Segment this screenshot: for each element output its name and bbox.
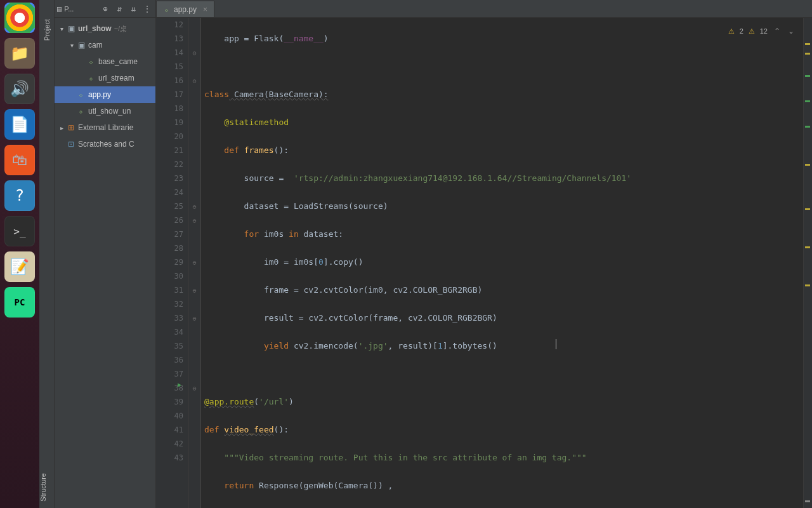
line-number[interactable]: 37 (156, 367, 183, 381)
stripe-marker[interactable] (805, 164, 810, 166)
line-number[interactable]: 35 (156, 339, 183, 353)
library-icon: ⊞ (66, 123, 76, 132)
stripe-marker[interactable] (805, 53, 810, 55)
line-number[interactable]: 31 (156, 283, 183, 297)
scratch-icon: ⊡ (66, 140, 76, 149)
line-number[interactable]: 39 (156, 395, 183, 409)
line-number[interactable]: 20 (156, 130, 183, 144)
collapse-icon[interactable]: ⇊ (128, 4, 139, 13)
stripe-marker[interactable] (805, 284, 810, 286)
line-number[interactable]: 14 (156, 46, 183, 60)
line-number[interactable]: 16 (156, 74, 183, 88)
prev-highlight-icon[interactable]: ⌃ (773, 27, 782, 36)
line-number[interactable]: 33 (156, 311, 183, 325)
line-number[interactable]: 40 (156, 409, 183, 423)
line-number[interactable]: 30 (156, 269, 183, 283)
project-tree[interactable]: ▾ ▣ url_show ~/桌 ▾ ▣ cam 🝔 base_c (55, 18, 155, 152)
project-tool-window: ▤ P... ⊕ ⇵ ⇊ ⋮ ▾ ▣ url_show ~/桌 (55, 0, 156, 508)
stripe-marker[interactable] (805, 126, 810, 128)
python-file-icon: 🝔 (86, 57, 96, 66)
line-number[interactable]: 25 (156, 199, 183, 213)
python-file-icon: 🝔 (76, 107, 86, 116)
fold-icon[interactable]: ⊖ (189, 255, 200, 269)
line-number[interactable]: 28 (156, 241, 183, 255)
chevron-down-icon[interactable]: ▾ (57, 25, 66, 32)
chevron-right-icon[interactable]: ▸ (57, 124, 66, 131)
line-number[interactable]: 22 (156, 157, 183, 171)
stripe-marker[interactable] (805, 208, 810, 210)
line-number[interactable]: 26 (156, 213, 183, 227)
stripe-marker[interactable] (805, 500, 810, 502)
close-icon[interactable]: × (203, 5, 207, 14)
stripe-marker[interactable] (805, 43, 810, 45)
locate-icon[interactable]: ⊕ (100, 4, 111, 13)
launcher-files[interactable]: 📁 (4, 38, 35, 69)
tree-file-utl-show[interactable]: 🝔 utl_show_un (55, 103, 155, 119)
tree-file-app[interactable]: 🝔 app.py (55, 86, 155, 103)
folder-icon: ▣ (76, 41, 86, 50)
next-highlight-icon[interactable]: ⌄ (787, 27, 796, 36)
folder-icon: ▣ (66, 24, 76, 33)
error-stripe[interactable] (803, 18, 812, 508)
line-number[interactable]: 18 (156, 102, 183, 116)
line-number-gutter[interactable]: 1213141516171819202122232425262728293031… (156, 18, 189, 508)
project-view-selector[interactable]: P... (64, 5, 97, 13)
launcher-help[interactable]: ? (4, 180, 35, 211)
launcher-pycharm[interactable]: PC (4, 287, 35, 318)
line-number[interactable]: 34 (156, 325, 183, 339)
fold-icon[interactable]: ⊖ (189, 283, 200, 297)
tree-file-base-camera[interactable]: 🝔 base_came (55, 53, 155, 70)
chevron-down-icon[interactable]: ▾ (67, 42, 76, 49)
line-number[interactable]: 12 (156, 18, 183, 32)
stripe-marker[interactable] (805, 75, 810, 77)
line-number[interactable]: 21 (156, 144, 183, 157)
line-number[interactable]: 42 (156, 437, 183, 451)
line-number[interactable]: 17 (156, 88, 183, 102)
line-number[interactable]: 29 (156, 255, 183, 269)
expand-icon[interactable]: ⇵ (114, 4, 125, 13)
sidebar-tab-structure[interactable]: Structure (39, 432, 55, 508)
launcher-terminal[interactable]: >_ (4, 216, 35, 246)
tree-scratches[interactable]: ⊡ Scratches and C (55, 136, 155, 152)
warning-icon: ⚠ (749, 27, 755, 36)
tree-root[interactable]: ▾ ▣ url_show ~/桌 (55, 20, 155, 37)
python-file-icon: 🝔 (86, 74, 96, 83)
fold-icon[interactable]: ⊖ (189, 74, 200, 88)
fold-icon[interactable]: ⊖ (189, 213, 200, 227)
tree-external-libraries[interactable]: ▸ ⊞ External Librarie (55, 119, 155, 136)
project-panel-header: ▤ P... ⊕ ⇵ ⇊ ⋮ (55, 0, 155, 18)
line-number[interactable]: 24 (156, 185, 183, 199)
tab-label: app.py (174, 5, 197, 14)
line-number[interactable]: 32 (156, 297, 183, 311)
inspections-widget[interactable]: ⚠2 ⚠12 ⌃ ⌄ (724, 25, 799, 37)
python-file-icon: 🝔 (163, 6, 170, 13)
launcher-media[interactable]: 🔊 (4, 74, 35, 104)
run-gutter-icon[interactable]: ▶ (178, 381, 181, 388)
line-number[interactable]: 41 (156, 423, 183, 437)
launcher-chrome[interactable] (4, 3, 35, 33)
launcher-writer[interactable]: 📄 (4, 109, 35, 140)
stripe-marker[interactable] (805, 246, 810, 248)
fold-icon[interactable]: ⊖ (189, 381, 200, 395)
line-number[interactable]: 36 (156, 353, 183, 367)
line-number[interactable]: 27 (156, 227, 183, 241)
tree-file-url-stream[interactable]: 🝔 url_stream (55, 70, 155, 86)
tree-folder-cam[interactable]: ▾ ▣ cam (55, 37, 155, 53)
editor-body[interactable]: ⚠2 ⚠12 ⌃ ⌄ 12131415161718192021222324252… (156, 18, 812, 508)
launcher-software[interactable]: 🛍 (4, 145, 35, 175)
fold-icon[interactable]: ⊖ (189, 199, 200, 213)
editor-tab-app[interactable]: 🝔 app.py × (156, 1, 214, 17)
launcher-gedit[interactable]: 📝 (4, 251, 35, 282)
line-number[interactable]: 19 (156, 116, 183, 130)
stripe-marker[interactable] (805, 100, 810, 102)
fold-icon[interactable]: ⊖ (189, 46, 200, 60)
line-number[interactable]: 15 (156, 60, 183, 74)
fold-gutter[interactable]: ▶ ⊖⊖⊖⊖⊖⊖⊖⊖ (189, 18, 200, 508)
settings-icon[interactable]: ⋮ (141, 4, 153, 13)
line-number[interactable]: 23 (156, 171, 183, 185)
code-area[interactable]: app = Flask(__name__) class Camera(BaseC… (200, 18, 803, 508)
line-number[interactable]: 13 (156, 32, 183, 46)
warning-icon: ⚠ (728, 27, 735, 36)
fold-icon[interactable]: ⊖ (189, 311, 200, 325)
line-number[interactable]: 43 (156, 451, 183, 465)
